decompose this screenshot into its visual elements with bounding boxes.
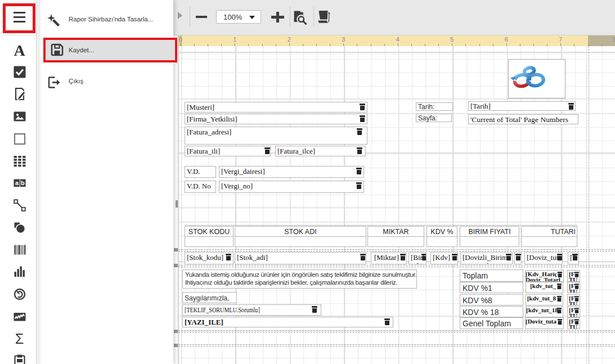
svg-text:b: b	[21, 179, 25, 186]
svg-text:a: a	[15, 179, 19, 186]
